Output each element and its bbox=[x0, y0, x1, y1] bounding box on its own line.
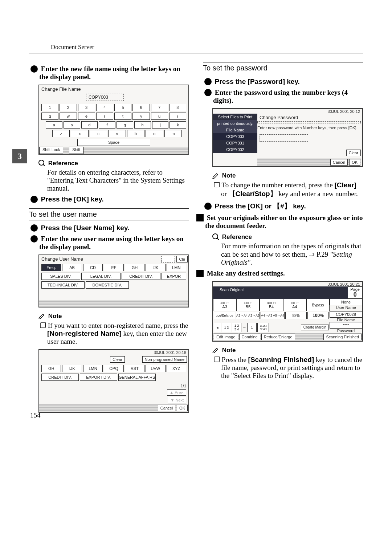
tab[interactable]: RST bbox=[125, 365, 144, 372]
key[interactable]: k bbox=[170, 121, 186, 129]
key[interactable]: 4 bbox=[96, 104, 113, 111]
key[interactable]: z bbox=[52, 130, 70, 137]
step-sq-5-icon: 5 bbox=[196, 270, 204, 277]
right-none[interactable]: None bbox=[330, 299, 362, 305]
key[interactable]: g bbox=[117, 121, 133, 129]
tab[interactable]: EF bbox=[104, 264, 123, 271]
tab[interactable]: IJK bbox=[146, 264, 165, 271]
tab[interactable]: OPQ bbox=[104, 365, 123, 372]
tab[interactable]: LMN bbox=[167, 264, 186, 271]
tab[interactable]: GH bbox=[41, 365, 61, 372]
panel-change-user-name: Change User Name Cle Freq. AB CD EF GH I… bbox=[38, 254, 189, 307]
non-programed-button[interactable]: Non-programed Name bbox=[142, 356, 187, 363]
btn[interactable]: A3→A4 A3→A5 bbox=[236, 312, 260, 319]
ok-button[interactable]: OK bbox=[349, 159, 360, 166]
key[interactable]: j bbox=[152, 121, 169, 129]
size[interactable]: A3 bbox=[222, 305, 227, 309]
div-button[interactable]: LEGAL DIV. bbox=[81, 273, 120, 280]
key[interactable]: f bbox=[99, 121, 115, 129]
size[interactable]: A4 bbox=[292, 305, 297, 309]
key[interactable]: d bbox=[81, 121, 98, 129]
field-empty[interactable] bbox=[161, 256, 175, 262]
key[interactable]: y bbox=[132, 113, 150, 120]
key[interactable]: b bbox=[127, 130, 144, 137]
key[interactable]: s bbox=[64, 121, 80, 129]
div-button[interactable]: GENERAL AFFAIRS bbox=[118, 374, 156, 381]
next-button[interactable]: ▼ Next bbox=[168, 397, 186, 403]
file-item[interactable]: COPY002 bbox=[213, 146, 257, 153]
pwd-val[interactable]: **** bbox=[330, 322, 362, 329]
key[interactable]: 8 bbox=[169, 104, 186, 111]
note-a: If you want to enter non-registered name… bbox=[48, 322, 188, 329]
key[interactable]: 1 bbox=[41, 104, 58, 111]
btn[interactable]: 100% bbox=[307, 312, 329, 319]
key[interactable]: x bbox=[71, 130, 88, 137]
tab[interactable]: UVW bbox=[146, 365, 165, 372]
div-button[interactable]: SALES DIV. bbox=[41, 273, 80, 280]
filename-val[interactable]: COPY0028 bbox=[330, 311, 362, 318]
key[interactable]: a bbox=[46, 121, 62, 129]
combine[interactable]: Combine bbox=[239, 334, 260, 340]
file-item[interactable]: COPY001 bbox=[213, 140, 257, 146]
tab[interactable]: CD bbox=[83, 264, 103, 271]
btn[interactable]: A4→A3 A5→A4 bbox=[261, 312, 285, 319]
tab[interactable]: LMN bbox=[83, 365, 103, 372]
key[interactable]: i bbox=[169, 113, 186, 120]
prev-button[interactable]: ▲ Prev. bbox=[167, 389, 186, 396]
key[interactable]: 3 bbox=[78, 104, 95, 111]
key[interactable]: 6 bbox=[132, 104, 150, 111]
key[interactable]: 2 bbox=[60, 104, 77, 111]
key[interactable]: 7 bbox=[151, 104, 168, 111]
size[interactable]: B4 bbox=[269, 305, 274, 309]
cancel-button[interactable]: Cancel bbox=[330, 159, 348, 166]
btn[interactable]: uce/Enlarge bbox=[214, 312, 235, 319]
div-button[interactable]: EXPORT DIV. bbox=[80, 374, 117, 381]
shift-key[interactable]: Shift bbox=[69, 147, 83, 154]
div-button[interactable]: DOMESTIC DIV. bbox=[86, 281, 129, 289]
left-col: File Name bbox=[213, 127, 257, 133]
tab[interactable]: AB bbox=[62, 264, 82, 271]
bypass[interactable]: Bypass bbox=[306, 299, 330, 311]
file-item[interactable]: COPY003 bbox=[213, 133, 257, 140]
clear-button[interactable]: Clear bbox=[346, 150, 361, 156]
key[interactable]: e bbox=[78, 113, 95, 120]
key[interactable]: m bbox=[164, 130, 182, 137]
key[interactable]: w bbox=[60, 113, 77, 120]
file-name-field[interactable]: COPY003 bbox=[86, 94, 124, 101]
key[interactable]: r bbox=[96, 113, 113, 120]
key[interactable]: u bbox=[151, 113, 168, 120]
password-step-3: 3 Press the [OK] or 【#】 key. bbox=[213, 201, 363, 211]
div-button[interactable]: EXPOR bbox=[162, 273, 186, 280]
scanning-finished-button[interactable]: Scanning Finished bbox=[323, 334, 362, 340]
reduce-enlarge[interactable]: Reduce/Enlarge bbox=[261, 334, 295, 340]
size[interactable]: B5 bbox=[246, 305, 250, 309]
space-key[interactable]: Space bbox=[77, 139, 151, 146]
password-field[interactable] bbox=[260, 134, 308, 142]
key[interactable]: c bbox=[90, 130, 107, 137]
clear-button[interactable]: Clear bbox=[110, 356, 124, 363]
cle-button[interactable]: Cle bbox=[176, 256, 188, 262]
create-margin[interactable]: Create Margin bbox=[301, 325, 329, 330]
svg-line-1 bbox=[43, 164, 45, 166]
key[interactable]: v bbox=[108, 130, 126, 137]
tab[interactable]: GH bbox=[125, 264, 144, 271]
div-button[interactable]: TECHNICAL DIV. bbox=[41, 281, 85, 289]
div-button[interactable]: CREDIT DIV. bbox=[122, 273, 160, 280]
ok-button[interactable]: OK bbox=[177, 405, 188, 411]
cancel-button[interactable]: Cancel bbox=[158, 405, 175, 411]
key[interactable]: 5 bbox=[114, 104, 131, 111]
tab[interactable]: IJK bbox=[62, 365, 82, 372]
pstep3b: key. bbox=[291, 202, 306, 210]
key[interactable]: t bbox=[114, 113, 131, 120]
div-button[interactable]: CREDIT DIV. bbox=[41, 374, 79, 381]
tab-freq[interactable]: Freq. bbox=[41, 264, 61, 271]
btn[interactable]: 93% bbox=[285, 312, 307, 319]
svg-line-3 bbox=[217, 238, 219, 240]
edit-image[interactable]: Edit Image bbox=[214, 334, 238, 340]
key[interactable]: q bbox=[41, 113, 58, 120]
tab[interactable]: XYZ bbox=[167, 365, 186, 372]
shift-lock-key[interactable]: Shift Lock bbox=[39, 147, 63, 154]
main-step-4: 4 Set your originals either on the expos… bbox=[205, 214, 363, 230]
key[interactable]: h bbox=[134, 121, 151, 129]
key[interactable]: n bbox=[146, 130, 163, 137]
